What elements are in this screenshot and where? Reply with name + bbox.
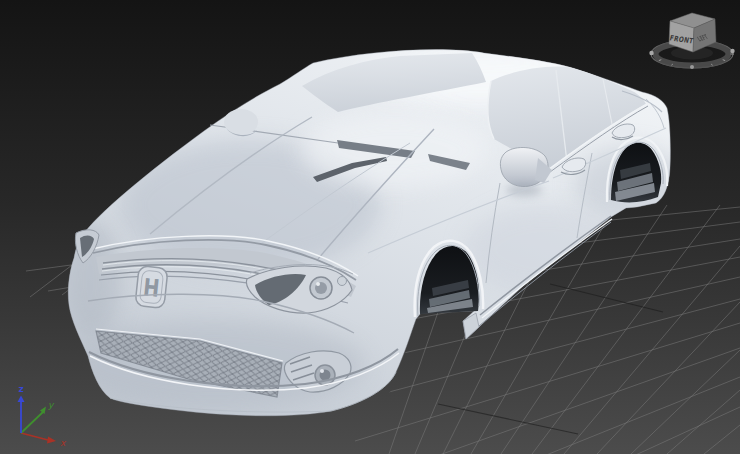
axis-gizmo: x y z [18,384,68,448]
z-axis-arrow [18,396,25,403]
y-axis [21,412,43,433]
badge-letter: H [142,273,161,302]
viewcube[interactable]: FRONT LEFT [649,13,734,69]
car-model[interactable]: H [60,50,685,416]
honda-badge: H [135,266,168,309]
x-axis-label: x [60,438,67,448]
x-axis [21,433,48,440]
x-axis-arrow [47,437,56,444]
y-axis-label: y [48,400,55,410]
z-axis-label: z [18,384,23,394]
scene-svg: H [0,0,740,454]
viewport-canvas[interactable]: H [0,0,740,454]
